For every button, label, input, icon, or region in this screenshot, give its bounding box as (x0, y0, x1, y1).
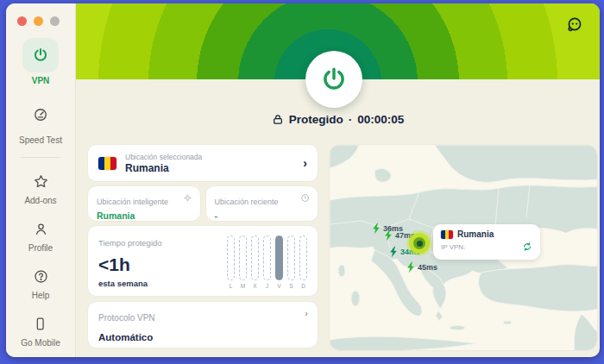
bolt-icon (406, 261, 416, 273)
help-icon (22, 265, 59, 287)
sidebar-item-add-ons[interactable]: Add-ons (22, 170, 59, 205)
protected-time-value: <1h (98, 254, 130, 275)
tooltip-country: Rumania (457, 229, 494, 239)
sparkle-icon (183, 193, 192, 203)
chart-day: S (287, 235, 295, 289)
chart-day-label: X (253, 283, 256, 289)
power-icon (320, 66, 348, 93)
chart-bar-empty (287, 235, 295, 280)
speedtest-gauge-icon (22, 97, 59, 132)
chart-bar-filled (275, 235, 283, 280)
star-icon (22, 170, 59, 192)
sidebar-item-label: Go Mobile (21, 338, 60, 348)
selected-location-value: Rumania (125, 162, 202, 174)
smart-location-card[interactable]: Ubicación inteligente Rumania (87, 185, 201, 222)
protected-time-label: Tiempo protegido (98, 238, 162, 248)
map-pin[interactable]: 45ms (406, 261, 437, 273)
minimize-button[interactable] (34, 16, 43, 26)
chart-day: D (299, 235, 307, 289)
sidebar-item-label: VPN (32, 76, 50, 85)
status-timer: 00:00:05 (357, 113, 404, 126)
chart-day-label: M (241, 283, 245, 289)
smart-location-label: Ubicación inteligente (97, 198, 168, 206)
chart-day-label: S (289, 283, 293, 289)
sidebar: VPN Speed Test Add-ons (6, 3, 76, 357)
vpn-protocol-label: Protocolo VPN (98, 313, 155, 323)
selected-location-label: Ubicación seleccionada (125, 153, 202, 161)
bolt-icon (383, 229, 393, 242)
chart-day-label: V (277, 283, 280, 289)
status-label: Protegido (289, 113, 343, 126)
settings-column: Ubicación seleccionada Rumania › Ubicaci… (87, 144, 318, 348)
sidebar-item-label: Speed Test (19, 135, 62, 145)
connection-status: Protegido · 00:00:05 (76, 113, 600, 126)
chart-bar-empty (263, 235, 271, 280)
sidebar-item-vpn[interactable]: VPN (22, 38, 59, 85)
sidebar-item-label: Add-ons (24, 196, 56, 205)
lock-icon (272, 113, 284, 126)
bolt-icon (371, 223, 381, 235)
recent-location-card[interactable]: Ubicación reciente - (205, 185, 319, 222)
protected-time-card: Tiempo protegido <1h esta semana LMXJVSD (87, 225, 318, 297)
zoom-button[interactable] (50, 16, 60, 26)
protected-time-sublabel: esta semana (98, 279, 148, 288)
map-tooltip[interactable]: Rumania IP VPN: (433, 224, 540, 260)
vpn-protocol-value: Automático (98, 332, 307, 342)
chart-day: V (275, 235, 283, 289)
mobile-icon (22, 312, 59, 335)
sidebar-item-profile[interactable]: Profile (22, 217, 59, 253)
app-window: VPN Speed Test Add-ons (6, 3, 600, 357)
status-separator: · (349, 113, 353, 126)
chart-day-label: L (230, 283, 233, 289)
chart-bar-empty (299, 235, 307, 280)
romania-flag (441, 230, 453, 239)
sidebar-divider (21, 157, 60, 158)
chart-day: X (251, 235, 259, 289)
smart-location-value: Rumania (97, 210, 192, 221)
bolt-icon (388, 246, 399, 258)
refresh-icon[interactable] (522, 242, 532, 252)
sidebar-item-help[interactable]: Help (22, 265, 59, 300)
recent-location-label: Ubicación reciente (215, 198, 279, 206)
profile-icon (22, 217, 59, 240)
power-button[interactable] (305, 51, 362, 108)
power-icon (22, 38, 59, 72)
recent-location-value: - (215, 210, 310, 221)
traffic-lights (6, 3, 60, 26)
sidebar-item-go-mobile[interactable]: Go Mobile (21, 312, 60, 348)
chart-day: L (227, 235, 235, 289)
chart-day-label: J (266, 283, 268, 289)
chevron-right-icon[interactable]: › (303, 156, 307, 170)
chart-bar-empty (239, 235, 247, 280)
tooltip-ip-label: IP VPN: (441, 243, 465, 251)
protected-time-chart: LMXJVSD (227, 235, 307, 289)
chart-day: J (263, 235, 271, 289)
latency-label: 45ms (418, 263, 437, 272)
chart-bar-empty (251, 235, 259, 280)
sidebar-item-label: Help (32, 291, 50, 300)
chart-day-label: D (301, 283, 305, 289)
chevron-right-icon[interactable]: › (305, 308, 308, 318)
connected-location-marker[interactable] (409, 233, 430, 254)
sidebar-item-label: Profile (28, 243, 53, 253)
chart-bar-empty (227, 235, 235, 280)
romania-flag (98, 157, 116, 170)
clock-icon (300, 193, 310, 203)
map-panel[interactable]: 36ms47ms34ms45ms Rumania IP VPN: (329, 144, 598, 351)
support-headset-icon[interactable] (565, 16, 584, 35)
sidebar-item-speed-test[interactable]: Speed Test (19, 97, 62, 145)
selected-location-card[interactable]: Ubicación seleccionada Rumania › (87, 144, 318, 182)
chart-day: M (239, 235, 247, 289)
close-button[interactable] (17, 16, 27, 26)
vpn-protocol-card[interactable]: Protocolo VPN › Automático (87, 301, 318, 348)
